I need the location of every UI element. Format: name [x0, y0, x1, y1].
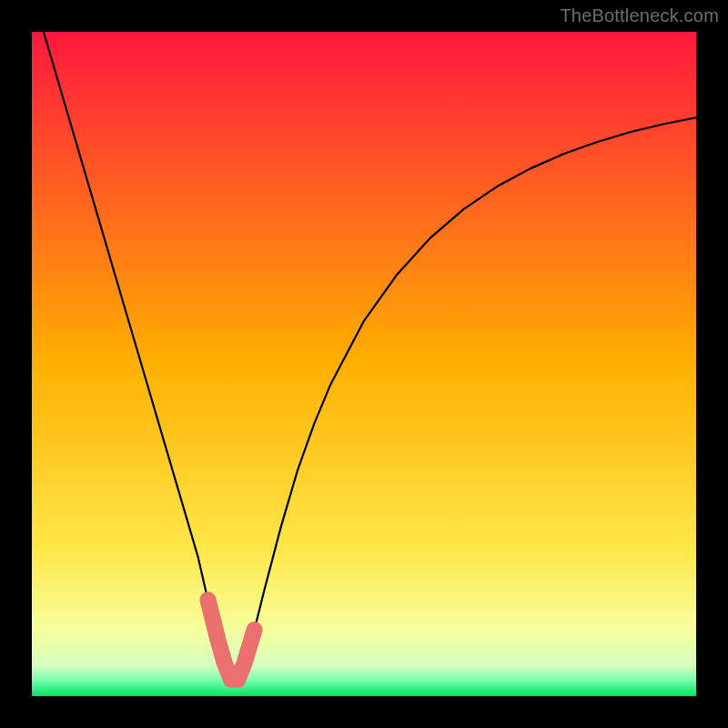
bottleneck-chart [32, 32, 696, 696]
outer-frame: TheBottleneck.com [0, 0, 728, 728]
gradient-bg [32, 32, 696, 696]
plot-area [32, 32, 696, 696]
watermark-text: TheBottleneck.com [560, 5, 719, 26]
